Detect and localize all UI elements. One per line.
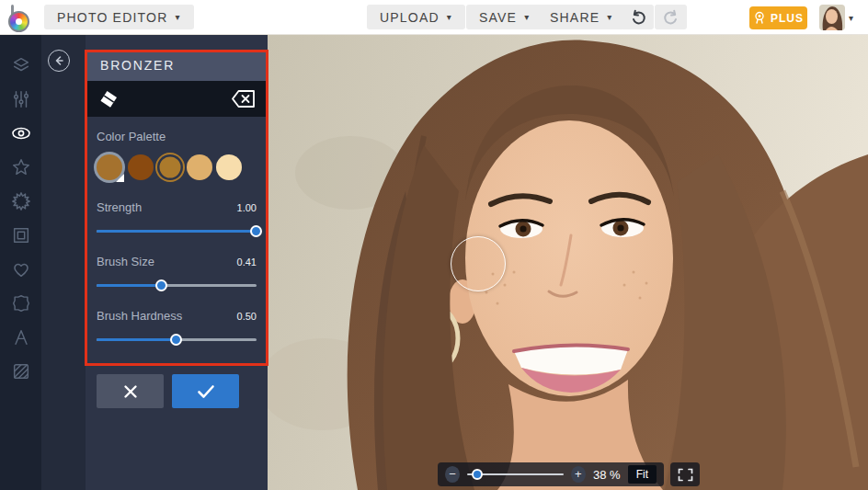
brush-size-slider[interactable] [97,279,257,291]
arrow-left-icon [52,54,65,67]
chevron-down-icon: ▾ [849,13,853,23]
share-button[interactable]: SHARE ▾ [537,5,625,29]
sidebar-item-artsy[interactable] [0,184,41,218]
eraser-button[interactable] [97,88,120,110]
back-button[interactable] [48,50,70,72]
slider-fill [97,284,162,287]
strength-label: Strength [97,200,142,214]
sidebar-item-frames[interactable] [0,218,41,252]
cancel-button[interactable] [97,374,164,408]
undo-button[interactable] [622,5,654,29]
redo-button[interactable] [655,5,687,29]
brush-mode-toolbar [86,81,268,117]
color-swatch[interactable] [216,154,242,180]
custom-color-swatch[interactable] [97,154,122,180]
sidebar-item-text[interactable] [0,320,41,354]
eraser-icon [97,88,120,110]
befunky-logo[interactable] [8,3,38,32]
zoom-percentage: 38 % [593,468,621,482]
bronzer-panel: BRONZER Color Palette [86,35,268,490]
strength-value: 1.00 [237,202,257,213]
color-swatch-selected[interactable] [157,154,183,180]
category-sidebar [0,35,41,490]
adjust-sliders-icon [11,89,31,109]
panel-title: BRONZER [100,58,175,73]
color-palette-label: Color Palette [97,130,257,143]
zoom-slider-handle[interactable] [472,469,483,480]
chevron-down-icon: ▾ [524,12,530,22]
zoom-slider[interactable] [467,469,564,480]
save-label: SAVE [479,10,517,25]
sidebar-item-edit[interactable] [0,82,41,116]
photo-editor-label: PHOTO EDITOR [57,10,167,25]
panel-body: Color Palette Strength 1.00 [86,130,268,408]
upload-label: UPLOAD [380,10,440,25]
star-icon [11,157,31,177]
zoom-toolbar: − + 38 % Fit [438,462,664,486]
chevron-down-icon: ▾ [175,12,180,22]
sidebar-item-graphics[interactable] [0,252,41,286]
frame-icon [11,225,31,245]
touch-up-eye-icon [10,122,32,144]
photo-editor-menu-button[interactable]: PHOTO EDITOR ▾ [44,5,194,29]
slider-fill [97,230,257,233]
plus-label: PLUS [771,12,804,25]
canvas-image[interactable]: − + 38 % Fit [268,35,868,490]
strength-slider[interactable] [97,225,257,237]
checkmark-icon [197,384,215,399]
brush-hardness-slider-group: Brush Hardness 0.50 [97,309,257,346]
fullscreen-button[interactable] [670,462,700,486]
plus-upgrade-button[interactable]: PLUS [749,6,807,29]
zoom-out-button[interactable]: − [445,466,460,483]
chevron-down-icon: ▾ [447,12,452,22]
sidebar-item-touch-up[interactable] [0,116,41,150]
save-button[interactable]: SAVE ▾ [466,5,542,29]
panel-header: BRONZER [86,50,268,81]
heart-icon [11,259,31,279]
sidebar-item-layers[interactable] [0,48,41,82]
color-swatch[interactable] [128,154,154,180]
brush-hardness-slider[interactable] [97,334,257,346]
layers-icon [11,55,31,75]
main-area: BRONZER Color Palette [0,35,868,490]
color-swatch[interactable] [187,154,212,180]
color-palette [97,152,257,183]
sidebar-item-textures[interactable] [0,354,41,388]
redo-icon [662,8,680,27]
slider-handle[interactable] [170,334,182,346]
brush-size-value: 0.41 [237,256,257,268]
slider-handle[interactable] [155,279,167,291]
share-label: SHARE [550,10,600,25]
close-icon [122,383,139,400]
portrait-photo [268,35,868,490]
chevron-down-icon: ▾ [607,12,612,22]
apply-button[interactable] [172,374,239,408]
brush-size-label: Brush Size [97,255,154,268]
logo-colorwheel-icon [8,11,29,32]
sidebar-item-overlays[interactable] [0,286,41,320]
sub-panel-strip [41,35,86,490]
clear-all-button[interactable] [231,89,256,108]
upload-button[interactable]: UPLOAD ▾ [367,5,465,29]
texture-icon [11,361,31,382]
overlay-badge-icon [11,293,31,313]
zoom-in-button[interactable]: + [571,466,586,483]
slider-handle[interactable] [250,225,262,237]
account-menu[interactable]: ▾ [819,5,853,30]
artsy-flower-icon [11,191,31,211]
top-toolbar: PHOTO EDITOR ▾ UPLOAD ▾ SAVE ▾ SHARE ▾ [0,0,868,35]
text-a-icon [11,327,31,348]
avatar [819,5,845,30]
strength-slider-group: Strength 1.00 [97,200,257,237]
slider-fill [97,338,177,341]
brush-hardness-label: Brush Hardness [97,309,182,323]
plus-badge-icon [753,11,766,25]
brush-size-slider-group: Brush Size 0.41 [97,255,257,291]
backspace-icon [231,89,256,108]
brush-hardness-value: 0.50 [237,311,257,322]
sidebar-item-effects[interactable] [0,150,41,184]
fit-button[interactable]: Fit [628,465,657,484]
fit-screen-icon [678,468,693,482]
undo-icon [629,8,647,27]
